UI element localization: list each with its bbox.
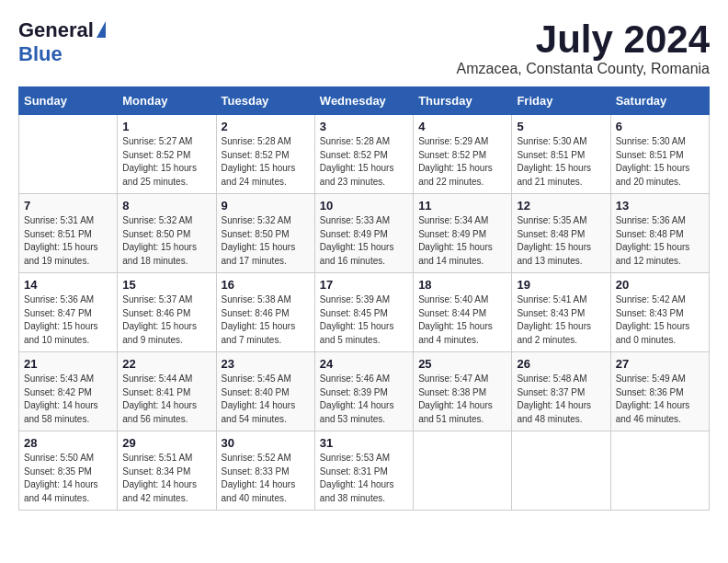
calendar-cell: 7Sunrise: 5:31 AM Sunset: 8:51 PM Daylig… [19,194,118,273]
day-info: Sunrise: 5:45 AM Sunset: 8:40 PM Dayligh… [222,373,310,426]
day-info: Sunrise: 5:41 AM Sunset: 8:43 PM Dayligh… [517,293,605,347]
day-info: Sunrise: 5:33 AM Sunset: 8:49 PM Dayligh… [320,214,408,268]
calendar-cell: 25Sunrise: 5:47 AM Sunset: 8:38 PM Dayli… [414,352,512,431]
calendar-cell: 12Sunrise: 5:35 AM Sunset: 8:48 PM Dayli… [512,194,610,273]
calendar-cell: 28Sunrise: 5:50 AM Sunset: 8:35 PM Dayli… [19,431,118,511]
calendar-col-header: Tuesday [216,87,314,115]
day-number: 1 [122,120,210,133]
day-number: 12 [517,199,605,213]
day-info: Sunrise: 5:48 AM Sunset: 8:37 PM Dayligh… [517,373,605,426]
day-number: 16 [222,278,310,292]
day-number: 23 [222,357,310,371]
day-info: Sunrise: 5:28 AM Sunset: 8:52 PM Dayligh… [320,135,408,189]
calendar-col-header: Sunday [19,87,118,115]
day-info: Sunrise: 5:36 AM Sunset: 8:48 PM Dayligh… [616,214,704,268]
day-number: 5 [517,120,605,133]
calendar-cell: 3Sunrise: 5:28 AM Sunset: 8:52 PM Daylig… [314,115,413,194]
day-info: Sunrise: 5:52 AM Sunset: 8:33 PM Dayligh… [222,452,310,505]
day-info: Sunrise: 5:37 AM Sunset: 8:46 PM Dayligh… [122,293,210,347]
calendar-cell: 27Sunrise: 5:49 AM Sunset: 8:36 PM Dayli… [610,352,709,431]
calendar-cell: 15Sunrise: 5:37 AM Sunset: 8:46 PM Dayli… [118,273,216,352]
day-info: Sunrise: 5:43 AM Sunset: 8:42 PM Dayligh… [24,373,112,426]
calendar-cell: 9Sunrise: 5:32 AM Sunset: 8:50 PM Daylig… [216,194,314,273]
calendar-cell: 20Sunrise: 5:42 AM Sunset: 8:43 PM Dayli… [610,273,709,352]
calendar-cell [512,431,610,511]
day-info: Sunrise: 5:39 AM Sunset: 8:45 PM Dayligh… [320,293,408,347]
calendar-col-header: Wednesday [314,87,413,115]
logo-blue-text: Blue [18,42,63,66]
calendar-cell: 8Sunrise: 5:32 AM Sunset: 8:50 PM Daylig… [118,194,216,273]
day-number: 3 [320,120,408,133]
calendar-cell: 5Sunrise: 5:30 AM Sunset: 8:51 PM Daylig… [512,115,610,194]
day-number: 7 [24,199,112,213]
calendar-cell: 29Sunrise: 5:51 AM Sunset: 8:34 PM Dayli… [118,431,216,511]
day-number: 30 [222,436,310,450]
calendar-cell [610,431,709,511]
calendar-cell: 26Sunrise: 5:48 AM Sunset: 8:37 PM Dayli… [512,352,610,431]
day-info: Sunrise: 5:28 AM Sunset: 8:52 PM Dayligh… [222,135,310,189]
day-info: Sunrise: 5:32 AM Sunset: 8:50 PM Dayligh… [222,214,310,268]
calendar-week-row: 28Sunrise: 5:50 AM Sunset: 8:35 PM Dayli… [19,431,710,511]
day-number: 22 [122,357,210,371]
calendar-header-row: SundayMondayTuesdayWednesdayThursdayFrid… [19,87,710,115]
calendar-cell: 13Sunrise: 5:36 AM Sunset: 8:48 PM Dayli… [610,194,709,273]
calendar-cell: 4Sunrise: 5:29 AM Sunset: 8:52 PM Daylig… [414,115,512,194]
calendar-cell: 16Sunrise: 5:38 AM Sunset: 8:46 PM Dayli… [216,273,314,352]
day-info: Sunrise: 5:40 AM Sunset: 8:44 PM Dayligh… [418,293,506,347]
calendar-cell: 11Sunrise: 5:34 AM Sunset: 8:49 PM Dayli… [414,194,512,273]
day-info: Sunrise: 5:30 AM Sunset: 8:51 PM Dayligh… [616,135,704,189]
day-info: Sunrise: 5:38 AM Sunset: 8:46 PM Dayligh… [222,293,310,347]
day-number: 4 [418,120,506,133]
day-number: 28 [24,436,112,450]
page-header: General Blue July 2024 Amzacea, Constant… [18,18,710,77]
day-info: Sunrise: 5:42 AM Sunset: 8:43 PM Dayligh… [616,293,704,347]
day-number: 18 [418,278,506,292]
calendar-cell: 22Sunrise: 5:44 AM Sunset: 8:41 PM Dayli… [118,352,216,431]
day-info: Sunrise: 5:32 AM Sunset: 8:50 PM Dayligh… [122,214,210,268]
calendar-cell: 17Sunrise: 5:39 AM Sunset: 8:45 PM Dayli… [314,273,413,352]
day-number: 27 [616,357,704,371]
calendar-cell: 2Sunrise: 5:28 AM Sunset: 8:52 PM Daylig… [216,115,314,194]
calendar-cell: 31Sunrise: 5:53 AM Sunset: 8:31 PM Dayli… [314,431,413,511]
day-number: 9 [222,199,310,213]
title-section: July 2024 Amzacea, Constanta County, Rom… [457,18,710,77]
day-info: Sunrise: 5:35 AM Sunset: 8:48 PM Dayligh… [517,214,605,268]
day-number: 29 [122,436,210,450]
calendar-cell: 21Sunrise: 5:43 AM Sunset: 8:42 PM Dayli… [19,352,118,431]
calendar-cell: 10Sunrise: 5:33 AM Sunset: 8:49 PM Dayli… [314,194,413,273]
day-info: Sunrise: 5:36 AM Sunset: 8:47 PM Dayligh… [24,293,112,347]
day-number: 26 [517,357,605,371]
calendar-cell: 1Sunrise: 5:27 AM Sunset: 8:52 PM Daylig… [118,115,216,194]
day-info: Sunrise: 5:44 AM Sunset: 8:41 PM Dayligh… [122,373,210,426]
logo: General Blue [18,18,106,66]
day-info: Sunrise: 5:29 AM Sunset: 8:52 PM Dayligh… [418,135,506,189]
calendar-col-header: Saturday [610,87,709,115]
calendar-cell: 23Sunrise: 5:45 AM Sunset: 8:40 PM Dayli… [216,352,314,431]
calendar-cell: 6Sunrise: 5:30 AM Sunset: 8:51 PM Daylig… [610,115,709,194]
day-number: 11 [418,199,506,213]
day-number: 25 [418,357,506,371]
calendar-cell: 18Sunrise: 5:40 AM Sunset: 8:44 PM Dayli… [414,273,512,352]
calendar-col-header: Friday [512,87,610,115]
day-info: Sunrise: 5:53 AM Sunset: 8:31 PM Dayligh… [320,452,408,505]
logo-triangle-icon [97,21,106,38]
day-number: 2 [222,120,310,133]
day-number: 6 [616,120,704,133]
calendar-cell: 24Sunrise: 5:46 AM Sunset: 8:39 PM Dayli… [314,352,413,431]
day-info: Sunrise: 5:49 AM Sunset: 8:36 PM Dayligh… [616,373,704,426]
calendar-week-row: 1Sunrise: 5:27 AM Sunset: 8:52 PM Daylig… [19,115,710,194]
day-number: 31 [320,436,408,450]
calendar-week-row: 7Sunrise: 5:31 AM Sunset: 8:51 PM Daylig… [19,194,710,273]
day-number: 24 [320,357,408,371]
day-info: Sunrise: 5:30 AM Sunset: 8:51 PM Dayligh… [517,135,605,189]
logo-general-text: General [18,18,94,42]
calendar-week-row: 14Sunrise: 5:36 AM Sunset: 8:47 PM Dayli… [19,273,710,352]
day-number: 20 [616,278,704,292]
day-number: 14 [24,278,112,292]
day-info: Sunrise: 5:46 AM Sunset: 8:39 PM Dayligh… [320,373,408,426]
calendar-cell: 30Sunrise: 5:52 AM Sunset: 8:33 PM Dayli… [216,431,314,511]
calendar-cell [414,431,512,511]
calendar-cell [19,115,118,194]
day-number: 19 [517,278,605,292]
day-info: Sunrise: 5:31 AM Sunset: 8:51 PM Dayligh… [24,214,112,268]
